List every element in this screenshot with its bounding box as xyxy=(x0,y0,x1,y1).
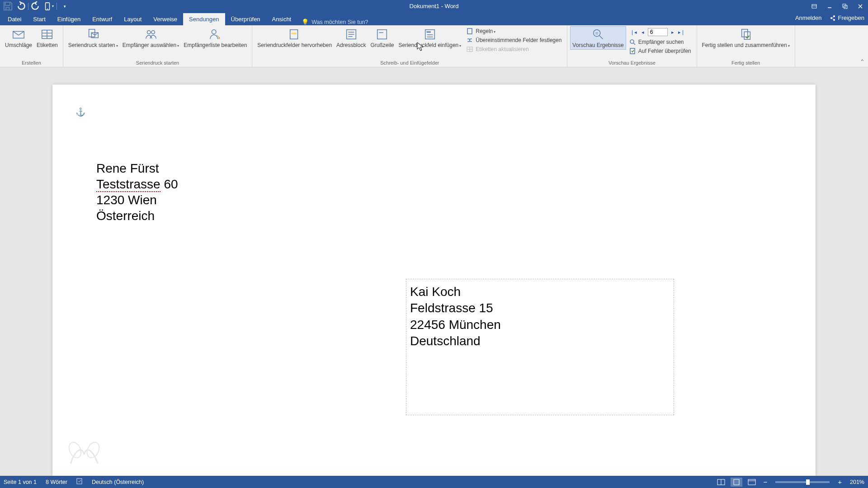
match-fields-icon xyxy=(466,37,473,44)
tab-mailings[interactable]: Sendungen xyxy=(183,13,225,25)
edit-recipients-label: Empfängerliste bearbeiten xyxy=(184,42,247,49)
svg-point-24 xyxy=(630,40,634,43)
match-fields-button[interactable]: Übereinstimmende Felder festlegen xyxy=(465,36,562,44)
prev-record-icon[interactable]: ◂ xyxy=(639,28,647,36)
zoom-slider[interactable] xyxy=(775,481,830,483)
redo-icon[interactable] xyxy=(31,1,42,11)
check-errors-label: Auf Fehler überprüfen xyxy=(638,48,691,54)
insert-merge-field-label: Seriendruckfeld einfügen xyxy=(398,42,461,49)
group-start-mm-label: Seriendruck starten xyxy=(136,60,179,67)
edit-recipients-button[interactable]: Empfängerliste bearbeiten xyxy=(181,26,249,50)
select-recipients-button[interactable]: Empfänger auswählen xyxy=(120,26,181,50)
lightbulb-icon: 💡 xyxy=(302,19,309,25)
merge-field-icon xyxy=(423,27,437,42)
zoom-in-icon[interactable]: + xyxy=(836,478,844,486)
tab-insert[interactable]: Einfügen xyxy=(52,13,86,25)
labels-button[interactable]: Etiketten xyxy=(34,26,60,50)
first-record-icon[interactable]: ❘◂ xyxy=(630,28,638,36)
web-layout-icon[interactable] xyxy=(746,478,758,487)
check-errors-button[interactable]: Auf Fehler überprüfen xyxy=(628,47,692,55)
spellcheck-icon[interactable] xyxy=(76,478,84,486)
envelopes-button[interactable]: Umschläge xyxy=(3,26,34,50)
sign-in-link[interactable]: Anmelden xyxy=(795,14,822,21)
svg-rect-19 xyxy=(425,30,435,39)
svg-rect-2 xyxy=(812,5,816,8)
tab-file[interactable]: Datei xyxy=(2,13,27,25)
status-words[interactable]: 8 Wörter xyxy=(46,479,67,485)
envelopes-label: Umschläge xyxy=(5,42,32,49)
next-record-icon[interactable]: ▸ xyxy=(669,28,677,36)
svg-point-29 xyxy=(85,441,102,460)
recipient-city: 22456 München xyxy=(410,317,670,333)
group-preview-label: Vorschau Ergebnisse xyxy=(609,60,656,67)
group-write-insert-fields: Seriendruckfelder hervorheben Adressbloc… xyxy=(252,25,567,67)
watermark-logo xyxy=(66,439,102,470)
svg-point-12 xyxy=(147,31,151,34)
touch-mode-icon[interactable]: ▾ xyxy=(43,1,54,11)
update-labels-label: Etiketten aktualisieren xyxy=(476,46,528,52)
zoom-level[interactable]: 201% xyxy=(850,479,864,485)
recipient-textbox[interactable]: Kai Koch Feldstrasse 15 22456 München De… xyxy=(406,279,674,415)
sender-street: Teststrasse 60 xyxy=(96,176,178,192)
edit-recipients-icon xyxy=(208,27,222,42)
match-fields-label: Übereinstimmende Felder festlegen xyxy=(476,37,561,43)
page[interactable]: ⚓ Rene Fürst Teststrasse 60 1230 Wien Ös… xyxy=(52,84,816,478)
share-button[interactable]: Freigeben xyxy=(830,14,864,21)
finish-merge-button[interactable]: Fertig stellen und zusammenführen xyxy=(700,26,792,50)
zoom-out-icon[interactable]: − xyxy=(761,478,769,486)
window-title: Dokument1 - Word xyxy=(410,3,459,9)
rules-button[interactable]: Regeln xyxy=(465,27,562,35)
find-icon xyxy=(629,38,636,46)
labels-icon xyxy=(40,27,54,42)
envelope-icon xyxy=(11,27,26,42)
status-language[interactable]: Deutsch (Österreich) xyxy=(92,479,144,485)
group-write-fields-label: Schreib- und Einfügefelder xyxy=(380,60,439,67)
maximize-icon[interactable] xyxy=(837,0,853,12)
mail-merge-icon xyxy=(86,27,100,42)
greeting-line-label: Grußzeile xyxy=(370,42,394,49)
greeting-line-button[interactable]: Grußzeile xyxy=(368,26,396,50)
update-labels-button: Etiketten aktualisieren xyxy=(465,45,562,53)
tab-design[interactable]: Entwurf xyxy=(86,13,118,25)
rules-icon xyxy=(466,28,473,35)
labels-label: Etiketten xyxy=(37,42,58,49)
qat-customize-icon[interactable]: ▾ xyxy=(60,1,70,11)
minimize-icon[interactable] xyxy=(822,0,837,12)
tab-view[interactable]: Ansicht xyxy=(266,13,297,25)
recipient-country: Deutschland xyxy=(410,333,670,349)
preview-results-button[interactable]: Vorschau Ergebnisse xyxy=(570,26,626,50)
svg-point-1 xyxy=(47,8,48,9)
read-mode-icon[interactable] xyxy=(715,478,727,487)
svg-rect-33 xyxy=(748,479,755,485)
finish-icon xyxy=(739,27,753,42)
quick-access-toolbar: ▾ ▾ xyxy=(0,1,70,11)
tell-me-search[interactable]: 💡 Was möchten Sie tun? xyxy=(302,19,368,25)
record-number-input[interactable] xyxy=(648,28,668,36)
sender-address[interactable]: Rene Fürst Teststrasse 60 1230 Wien Öste… xyxy=(96,160,178,224)
last-record-icon[interactable]: ▸❘ xyxy=(678,28,686,36)
address-block-button[interactable]: Adressblock xyxy=(334,26,368,50)
insert-merge-field-button[interactable]: Seriendruckfeld einfügen xyxy=(396,26,463,50)
status-page[interactable]: Seite 1 von 1 xyxy=(4,479,37,485)
status-bar: Seite 1 von 1 8 Wörter Deutsch (Österrei… xyxy=(0,476,868,488)
tab-home[interactable]: Start xyxy=(27,13,51,25)
select-recipients-label: Empfänger auswählen xyxy=(123,42,179,49)
svg-point-13 xyxy=(151,31,155,34)
tab-references[interactable]: Verweise xyxy=(147,13,183,25)
close-icon[interactable] xyxy=(853,0,868,12)
tab-layout[interactable]: Layout xyxy=(118,13,147,25)
save-icon[interactable] xyxy=(3,1,13,11)
start-mail-merge-button[interactable]: Seriendruck starten xyxy=(66,26,120,50)
ribbon-tabs: Datei Start Einfügen Entwurf Layout Verw… xyxy=(0,12,868,25)
svg-rect-18 xyxy=(377,30,387,39)
undo-icon[interactable] xyxy=(15,1,25,11)
svg-rect-21 xyxy=(467,28,472,34)
collapse-ribbon-icon[interactable]: ⌃ xyxy=(856,25,868,67)
highlight-fields-button[interactable]: Seriendruckfelder hervorheben xyxy=(255,26,334,50)
print-layout-icon[interactable] xyxy=(731,478,742,487)
svg-rect-30 xyxy=(77,479,82,484)
tab-review[interactable]: Überprüfen xyxy=(225,13,266,25)
find-recipient-button[interactable]: Empfänger suchen xyxy=(628,38,692,46)
ribbon-display-icon[interactable] xyxy=(807,0,822,12)
window-controls xyxy=(807,0,868,12)
